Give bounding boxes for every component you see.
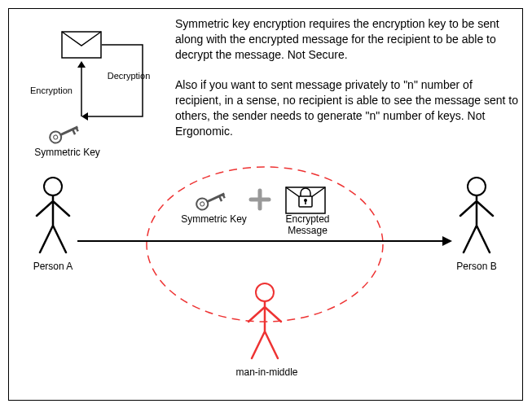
man-in-middle-icon (240, 281, 289, 362)
plus-icon (249, 189, 270, 210)
diagram-canvas: Symmetric key encryption requires the en… (0, 0, 532, 408)
man-in-middle-label: man-in-middle (228, 366, 306, 378)
description-para2: Also if you want to sent message private… (175, 77, 521, 139)
decryption-label: Decryption (104, 71, 153, 81)
arrow-decryption (77, 45, 147, 126)
svg-point-22 (468, 178, 486, 195)
person-a-icon (29, 175, 77, 257)
svg-marker-3 (81, 112, 88, 121)
symmetric-key-label-mid: Symmetric Key (179, 213, 248, 225)
svg-line-13 (219, 196, 222, 201)
symmetric-key-label-top: Symmetric Key (33, 147, 102, 158)
person-a-label: Person A (24, 261, 81, 272)
svg-point-11 (200, 201, 205, 207)
svg-point-25 (256, 283, 274, 301)
person-b-label: Person B (448, 261, 505, 272)
svg-point-21 (44, 178, 62, 195)
arrow-transmission (77, 235, 452, 248)
encrypted-envelope-icon (285, 183, 326, 214)
encryption-label: Encryption (29, 86, 74, 95)
description-para1: Symmetric key encryption requires the en… (175, 16, 517, 63)
person-b-icon (452, 175, 501, 257)
key-icon-top (45, 121, 86, 145)
encrypted-message-label: Encrypted Message (265, 213, 350, 236)
svg-point-5 (53, 134, 59, 140)
svg-marker-24 (442, 236, 452, 246)
svg-line-7 (73, 129, 75, 134)
key-icon-mid (191, 187, 232, 212)
